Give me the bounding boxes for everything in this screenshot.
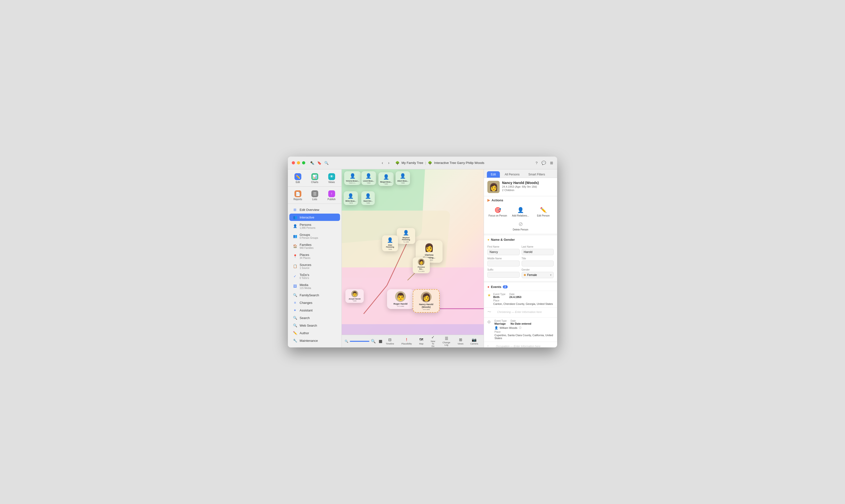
actions-grid: 🎯 Focus on Person 👤 Add Relatives... ✏️ … [484,204,557,221]
birth-star[interactable]: ★ [487,293,491,305]
person-node-5[interactable]: 👤 White Beau... *1878 [344,191,358,205]
events-header[interactable]: ● Events 2 [484,283,557,291]
grid-toggle[interactable]: ▦ [379,339,382,343]
person-node-florence[interactable]: 👩 FlorenceDer... *2.3.1923 [413,257,430,273]
name-allan: AllanFlemming [386,244,394,248]
person-header: 👩 Nancy Harold (Woods) 24.4.1953 (Age: 6… [484,178,557,196]
sidebar-item-web-search[interactable]: 🔍 Web Search [289,322,340,329]
sidebar-item-interactive[interactable]: 👥 Interactive [289,214,340,221]
occupation-row: › Occupation — Enter Information here [487,344,554,347]
forward-button[interactable]: › [386,160,391,166]
app-window: ✒️ 🔖 🔍 ‹ › 🌳 My Family Tree | 🌳 Interact… [288,157,557,347]
map-button[interactable]: 🗺 Map [416,337,427,346]
last-name-value[interactable]: Harold [522,249,554,255]
tree-area[interactable]: 1919 —1926 1919—1954 👤 Victoria Beauc...… [342,169,484,347]
sidebar-item-author[interactable]: ✏️ Author [289,329,340,337]
sidebar-item-maintenance[interactable]: 🔧 Maintenance [289,337,340,344]
camera-button[interactable]: 📷 Camera [467,337,481,346]
occupation-arrow-icon: › [487,344,489,347]
person-node-4[interactable]: 👤 Albert Beau... *1895 [395,171,410,185]
back-button[interactable]: ‹ [380,160,385,166]
add-relatives-button[interactable]: 👤 Add Relatives... [510,206,531,218]
name-gender-header[interactable]: ● Name & Gender [484,236,557,244]
sidebar-item-changes[interactable]: ≡ Changes [289,299,340,306]
titlebar-right: ? 💬 ⊞ [535,161,553,165]
change-log-button[interactable]: ☰ Change Log [439,335,454,347]
families-label: Families [300,243,337,247]
nav-arrows: ‹ › [380,160,391,166]
charts-button[interactable]: 📊 Charts [307,172,323,185]
name-3: Margot Beau... [380,181,392,183]
gender-select[interactable]: Female ▾ [522,272,554,278]
new-to-do-button[interactable]: ✓ New To Do [427,334,439,347]
timeline-button[interactable]: ⊟ Timeline [382,337,398,346]
tab-edit[interactable]: Edit [487,171,500,178]
sidebar-item-assistant-text: Assistant [300,308,337,312]
christening-wave-icon: 〜 [487,309,491,316]
info-icon[interactable]: ⓘ [519,326,522,329]
actions-header[interactable]: ▶ Actions [484,196,557,204]
map-label: Map [419,343,423,345]
close-button[interactable] [292,161,295,164]
sidebar-item-sources[interactable]: 📋 Sources 1 Source [289,261,340,271]
middle-name-value[interactable] [487,260,520,267]
places-icon: 📍 [293,254,297,258]
sidebar-item-media[interactable]: 🖼 Media 115 Media [289,281,340,291]
focus-on-person-button[interactable]: 🎯 Focus on Person [487,206,508,218]
person-node-roger[interactable]: 👨 Roger Harold *27.3.1909 [387,289,414,309]
delete-label: Delete Person [513,228,528,231]
sidebar-item-familysearch[interactable]: 🔍 FamilySearch [289,291,340,299]
edit-person-button[interactable]: ✏️ Edit Person [533,206,554,218]
sidebar-item-places[interactable]: 📍 Places 34 Places [289,251,340,261]
add-relatives-label: Add Relatives... [512,214,529,217]
lists-button[interactable]: ☰ Lists [307,189,323,202]
help-icon[interactable]: ? [535,161,538,165]
split-icon[interactable]: ⊞ [550,161,553,165]
partner-row: 👤 William Woods ⓘ [494,326,554,329]
tab-smart-filters[interactable]: Smart Filters [524,171,549,178]
maximize-button[interactable] [302,161,305,164]
edit-button[interactable]: ✏️ Edit [290,172,306,185]
person-node-wayland[interactable]: 👤 WaylandFlemming *11.1980 [397,228,415,244]
avatar-4: 👤 [400,173,406,179]
sidebar-item-persons[interactable]: 👤 Persons 1,986 Persons [289,221,340,231]
title-value[interactable] [522,260,554,267]
sidebar-item-todos[interactable]: ✓ ToDo's 0 ToDo's [289,271,340,281]
person-node-1[interactable]: 👤 Victoria Beauc... *1922-1.1... [344,171,361,185]
occupation-placeholder: Occupation — Enter Information here [493,344,544,347]
minimize-button[interactable] [297,161,300,164]
sidebar-nav: ⊞ Edit Overview 👥 Interactive 👤 Persons [288,204,341,347]
generations-button[interactable]: 👥 Generations [482,337,484,346]
person-node-allan[interactable]: 👤 AllanFlemming *1905 [382,235,398,251]
views-button[interactable]: 👁 Views [323,172,339,185]
date-3: *1892 [384,183,388,185]
avatar-1: 👤 [349,173,356,179]
person-node-3[interactable]: 👤 Margot Beau... *1892 [379,172,393,186]
sidebar-item-groups[interactable]: 👥 Groups 0 Person Groups [289,231,340,241]
person-node-joseph[interactable]: 👨 Joseph Harold *1905 [346,289,364,303]
plausibility-button[interactable]: ! Plausibility [398,337,416,346]
marriage-type-group: Event Type Marriage [494,320,507,325]
delete-person-button[interactable]: ⊘ Delete Person [513,221,528,231]
person-node-2[interactable]: 👤 Lionel Beau... *1890 [361,171,376,185]
sidebar-item-media-text: Media 115 Media [300,283,337,289]
first-name-value[interactable]: Nancy [487,249,520,255]
add-relatives-icon: 👤 [517,207,524,213]
sidebar-item-edit-overview[interactable]: ⊞ Edit Overview [289,206,340,213]
groups-count: 0 Person Groups [300,237,337,239]
sidebar-item-families[interactable]: 🏠 Families 940 Families [289,241,340,251]
sidebar-item-search[interactable]: 🔍 Search [289,314,340,322]
publish-button[interactable]: ↑ Publish [323,189,339,202]
chat-icon[interactable]: 💬 [542,161,546,165]
sidebar-item-assistant[interactable]: ✦ Assistant [289,307,340,314]
author-icon: ✏️ [293,331,297,335]
views-bottom-button[interactable]: ⊞ Views [454,337,467,346]
reports-button[interactable]: 📄 Reports [290,189,306,202]
zoom-slider[interactable] [350,341,369,342]
person-node-6[interactable]: 👤 Hazel Der... *1880 [361,191,375,205]
date-1: *1922-1.1... [349,182,356,184]
tab-all-persons[interactable]: All Persons [501,171,524,178]
person-node-nancy[interactable]: 👩 Nancy Harold(Woods) *24.4.1953 [413,289,440,313]
publish-icon: ↑ [328,190,335,197]
suffix-value[interactable] [487,272,520,278]
